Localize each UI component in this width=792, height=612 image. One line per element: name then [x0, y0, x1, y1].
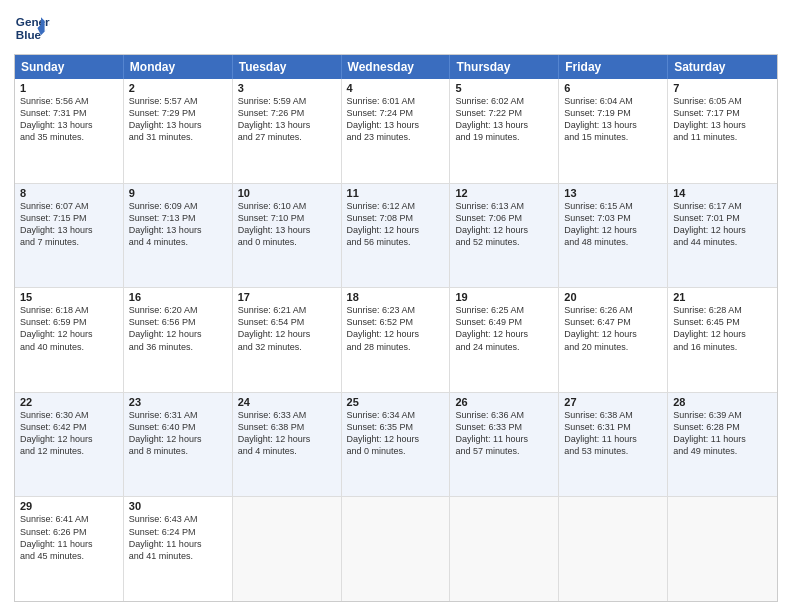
cell-info-line: Sunset: 6:26 PM — [20, 526, 118, 538]
cell-info-line: Sunset: 7:24 PM — [347, 107, 445, 119]
logo: General Blue — [14, 10, 50, 46]
cell-info-line: and 45 minutes. — [20, 550, 118, 562]
cell-info-line: Sunset: 7:22 PM — [455, 107, 553, 119]
cell-info-line: Sunrise: 6:10 AM — [238, 200, 336, 212]
day-cell-4: 4Sunrise: 6:01 AMSunset: 7:24 PMDaylight… — [342, 79, 451, 183]
cell-info-line: Sunrise: 6:43 AM — [129, 513, 227, 525]
cell-info-line: and 41 minutes. — [129, 550, 227, 562]
cell-info-line: Sunrise: 6:15 AM — [564, 200, 662, 212]
day-number: 19 — [455, 291, 553, 303]
day-cell-29: 29Sunrise: 6:41 AMSunset: 6:26 PMDayligh… — [15, 497, 124, 601]
cell-info-line: Daylight: 13 hours — [129, 224, 227, 236]
day-cell-12: 12Sunrise: 6:13 AMSunset: 7:06 PMDayligh… — [450, 184, 559, 288]
day-number: 17 — [238, 291, 336, 303]
day-number: 27 — [564, 396, 662, 408]
cell-info-line: and 0 minutes. — [238, 236, 336, 248]
cell-info-line: and 49 minutes. — [673, 445, 772, 457]
day-cell-28: 28Sunrise: 6:39 AMSunset: 6:28 PMDayligh… — [668, 393, 777, 497]
cell-info-line: Daylight: 13 hours — [455, 119, 553, 131]
cell-info-line: and 23 minutes. — [347, 131, 445, 143]
cell-info-line: Sunrise: 6:21 AM — [238, 304, 336, 316]
cell-info-line: Sunrise: 6:17 AM — [673, 200, 772, 212]
cell-info-line: and 27 minutes. — [238, 131, 336, 143]
cell-info-line: and 12 minutes. — [20, 445, 118, 457]
cell-info-line: Daylight: 12 hours — [347, 433, 445, 445]
header-day-tuesday: Tuesday — [233, 55, 342, 79]
cell-info-line: Sunrise: 5:57 AM — [129, 95, 227, 107]
day-cell-6: 6Sunrise: 6:04 AMSunset: 7:19 PMDaylight… — [559, 79, 668, 183]
cell-info-line: Sunset: 7:17 PM — [673, 107, 772, 119]
day-number: 21 — [673, 291, 772, 303]
day-number: 8 — [20, 187, 118, 199]
cell-info-line: Daylight: 11 hours — [455, 433, 553, 445]
cell-info-line: Daylight: 13 hours — [347, 119, 445, 131]
cell-info-line: Sunset: 7:01 PM — [673, 212, 772, 224]
cell-info-line: and 31 minutes. — [129, 131, 227, 143]
empty-cell — [233, 497, 342, 601]
cell-info-line: Sunrise: 5:56 AM — [20, 95, 118, 107]
day-number: 6 — [564, 82, 662, 94]
cell-info-line: and 32 minutes. — [238, 341, 336, 353]
day-number: 25 — [347, 396, 445, 408]
cell-info-line: Sunset: 6:40 PM — [129, 421, 227, 433]
cell-info-line: Daylight: 13 hours — [238, 119, 336, 131]
day-cell-13: 13Sunrise: 6:15 AMSunset: 7:03 PMDayligh… — [559, 184, 668, 288]
day-number: 16 — [129, 291, 227, 303]
cell-info-line: and 24 minutes. — [455, 341, 553, 353]
cell-info-line: and 19 minutes. — [455, 131, 553, 143]
calendar-row-1: 1Sunrise: 5:56 AMSunset: 7:31 PMDaylight… — [15, 79, 777, 183]
day-cell-24: 24Sunrise: 6:33 AMSunset: 6:38 PMDayligh… — [233, 393, 342, 497]
cell-info-line: Daylight: 11 hours — [20, 538, 118, 550]
cell-info-line: Sunrise: 6:04 AM — [564, 95, 662, 107]
cell-info-line: Sunset: 6:38 PM — [238, 421, 336, 433]
cell-info-line: Sunrise: 6:12 AM — [347, 200, 445, 212]
cell-info-line: and 28 minutes. — [347, 341, 445, 353]
cell-info-line: Sunset: 7:26 PM — [238, 107, 336, 119]
cell-info-line: Sunset: 7:10 PM — [238, 212, 336, 224]
day-number: 23 — [129, 396, 227, 408]
day-cell-14: 14Sunrise: 6:17 AMSunset: 7:01 PMDayligh… — [668, 184, 777, 288]
day-number: 10 — [238, 187, 336, 199]
cell-info-line: and 0 minutes. — [347, 445, 445, 457]
cell-info-line: Sunset: 6:35 PM — [347, 421, 445, 433]
cell-info-line: Sunset: 7:19 PM — [564, 107, 662, 119]
day-number: 28 — [673, 396, 772, 408]
day-cell-19: 19Sunrise: 6:25 AMSunset: 6:49 PMDayligh… — [450, 288, 559, 392]
cell-info-line: Sunset: 6:49 PM — [455, 316, 553, 328]
day-cell-3: 3Sunrise: 5:59 AMSunset: 7:26 PMDaylight… — [233, 79, 342, 183]
cell-info-line: Sunrise: 6:01 AM — [347, 95, 445, 107]
cell-info-line: Daylight: 12 hours — [20, 328, 118, 340]
svg-text:Blue: Blue — [16, 28, 42, 41]
cell-info-line: and 20 minutes. — [564, 341, 662, 353]
cell-info-line: Sunrise: 6:36 AM — [455, 409, 553, 421]
cell-info-line: Daylight: 12 hours — [347, 328, 445, 340]
cell-info-line: Sunset: 6:31 PM — [564, 421, 662, 433]
cell-info-line: Sunset: 6:52 PM — [347, 316, 445, 328]
cell-info-line: Sunset: 6:47 PM — [564, 316, 662, 328]
day-cell-7: 7Sunrise: 6:05 AMSunset: 7:17 PMDaylight… — [668, 79, 777, 183]
cell-info-line: Sunrise: 6:33 AM — [238, 409, 336, 421]
cell-info-line: and 53 minutes. — [564, 445, 662, 457]
calendar-row-4: 22Sunrise: 6:30 AMSunset: 6:42 PMDayligh… — [15, 392, 777, 497]
cell-info-line: Daylight: 12 hours — [455, 224, 553, 236]
cell-info-line: and 40 minutes. — [20, 341, 118, 353]
cell-info-line: and 36 minutes. — [129, 341, 227, 353]
cell-info-line: Sunrise: 6:34 AM — [347, 409, 445, 421]
header-day-friday: Friday — [559, 55, 668, 79]
day-cell-5: 5Sunrise: 6:02 AMSunset: 7:22 PMDaylight… — [450, 79, 559, 183]
day-cell-10: 10Sunrise: 6:10 AMSunset: 7:10 PMDayligh… — [233, 184, 342, 288]
cell-info-line: Sunrise: 6:25 AM — [455, 304, 553, 316]
cell-info-line: Sunset: 7:31 PM — [20, 107, 118, 119]
day-number: 7 — [673, 82, 772, 94]
cell-info-line: Sunrise: 6:18 AM — [20, 304, 118, 316]
day-cell-17: 17Sunrise: 6:21 AMSunset: 6:54 PMDayligh… — [233, 288, 342, 392]
cell-info-line: Sunset: 6:45 PM — [673, 316, 772, 328]
cell-info-line: Sunset: 7:13 PM — [129, 212, 227, 224]
cell-info-line: and 48 minutes. — [564, 236, 662, 248]
day-number: 14 — [673, 187, 772, 199]
day-cell-8: 8Sunrise: 6:07 AMSunset: 7:15 PMDaylight… — [15, 184, 124, 288]
day-number: 13 — [564, 187, 662, 199]
cell-info-line: Daylight: 13 hours — [673, 119, 772, 131]
cell-info-line: Daylight: 11 hours — [564, 433, 662, 445]
cell-info-line: Daylight: 11 hours — [129, 538, 227, 550]
